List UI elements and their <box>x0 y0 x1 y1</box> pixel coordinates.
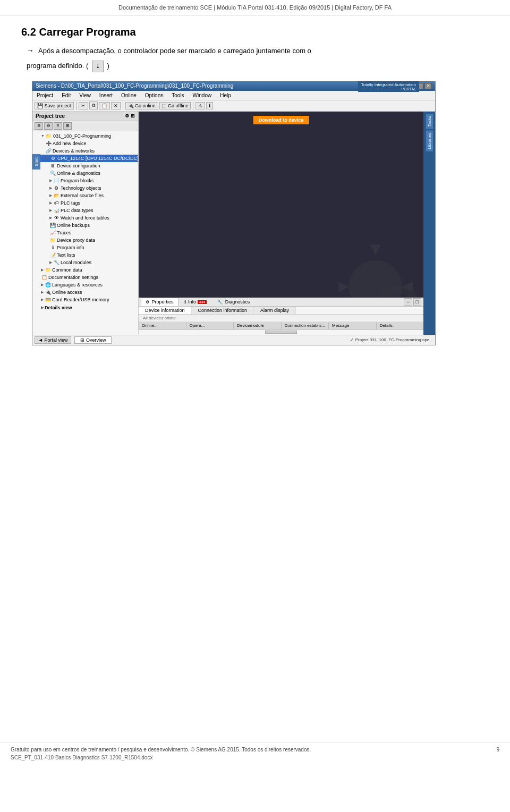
tree-item-card-reader[interactable]: ▶ 💳 Card Reader/USB memory <box>32 296 138 303</box>
all-devices-offline-label: All devices offline <box>139 315 423 322</box>
toolbar-sep-3 <box>193 102 193 110</box>
load-icon: ⤓ <box>92 61 104 72</box>
start-tab[interactable]: Start <box>32 154 40 170</box>
tasks-label[interactable]: Tasks <box>426 114 433 129</box>
ext-source-icon: 📂 <box>53 192 60 199</box>
tree-item-cpu[interactable]: ▼ ⚙ CPU_1214C [CPU 1214C DC/DC/DC] <box>32 155 138 162</box>
tree-expand-cpu: ▼ <box>45 156 49 160</box>
expand-prog-blocks: ▶ <box>49 179 52 183</box>
header-text: Documentação de treinamento SCE | Módulo… <box>118 4 392 11</box>
add-device-icon: ➕ <box>45 140 52 147</box>
common-data-icon: 📁 <box>45 267 51 273</box>
close-button[interactable]: ✕ <box>424 83 432 89</box>
tree-item-plc-tags[interactable]: ▶ 🏷 PLC tags <box>32 199 138 207</box>
proxy-icon: 📁 <box>49 237 56 243</box>
panel-maximize-btn[interactable]: □ <box>413 298 421 306</box>
backup-icon: 💾 <box>49 222 56 229</box>
tree-item-root[interactable]: ▼ 📁 031_100_FC-Programming <box>32 132 138 140</box>
tree-item-online-access[interactable]: ▶ 🔌 Online access <box>32 289 138 296</box>
tree-btn-1[interactable]: ⊕ <box>35 122 43 130</box>
menu-help[interactable]: Help <box>218 92 233 99</box>
document-header: Documentação de treinamento SCE | Módulo… <box>0 0 510 15</box>
tree-folder-icon: 📁 <box>46 133 52 139</box>
device-information-tab[interactable]: Device information <box>139 307 192 314</box>
bullet-item-1: → Após a descompactação, o controlador p… <box>27 46 489 56</box>
tasks-sidebar: Tasks Libraries <box>423 112 435 335</box>
overview-tab[interactable]: ⊞ Overview <box>74 336 112 344</box>
tree-item-lang-resources[interactable]: ▶ 🌐 Languages & resources <box>32 281 138 289</box>
tree-item-watch-force[interactable]: ▶ 👁 Watch and force tables <box>32 214 138 222</box>
tree-item-plc-data-types[interactable]: ▶ 📊 PLC data types <box>32 207 138 214</box>
tree-item-device-config[interactable]: 🖥 Device configuration <box>32 162 138 170</box>
properties-icon: ⚙ <box>146 300 149 304</box>
tree-item-devices-networks[interactable]: 🔗 Devices & networks <box>32 147 138 155</box>
col-opera: Opera... <box>186 322 234 329</box>
diagnostics-tab[interactable]: 🔧 Diagnostics <box>212 298 254 306</box>
save-project-button[interactable]: 💾 Save project <box>35 102 74 109</box>
panel-minimize-btn[interactable]: − <box>404 298 412 306</box>
menu-insert[interactable]: Insert <box>97 92 115 99</box>
info-toolbar-button[interactable]: ℹ <box>206 102 213 109</box>
download-to-device-button[interactable]: Download to device <box>253 116 309 124</box>
tree-item-details-view[interactable]: ▶ Details view <box>32 304 138 311</box>
portal-view-button[interactable]: ◄ Portal view <box>35 336 71 344</box>
col-connection: Connection establis... <box>282 322 329 329</box>
properties-tab[interactable]: ⚙ Properties <box>141 298 178 306</box>
card-reader-icon: 💳 <box>45 297 51 303</box>
delete-button[interactable]: ✕ <box>111 102 121 109</box>
status-right: ✓ Project 031_100_FC-Programming ope... <box>350 337 433 342</box>
info-tab-btn[interactable]: ℹ Info 444 <box>180 298 212 306</box>
section-number: 6.2 <box>21 26 36 38</box>
panel-controls: − □ <box>404 298 421 306</box>
menu-project[interactable]: Project <box>35 92 55 99</box>
plc-tags-icon: 🏷 <box>53 200 60 206</box>
tree-btn-4[interactable]: ⊞ <box>63 122 72 130</box>
tia-main-area: Start Project tree ⚙ ⊞ ⊕ ⊖ ≡ ⊞ <box>32 112 435 335</box>
menu-options[interactable]: Options <box>143 92 165 99</box>
tree-item-traces[interactable]: 📈 Traces <box>32 229 138 236</box>
tia-portal-screenshot: Siemens - D:\00_TIA_Portal\031_100_FC-Pr… <box>32 81 436 345</box>
program-info-icon: ℹ <box>49 244 56 251</box>
alarm-display-tab[interactable]: Alarm display <box>254 307 296 314</box>
tree-item-local-modules[interactable]: ▶ 🔧 Local modules <box>32 259 138 266</box>
expand-common: ▶ <box>41 268 44 272</box>
libraries-label[interactable]: Libraries <box>426 131 433 151</box>
footer-row: Gratuito para uso em centros de treiname… <box>11 747 499 752</box>
error-button[interactable]: ⚠ <box>196 102 205 109</box>
scroll-thumb[interactable] <box>265 331 297 334</box>
tree-item-online-diag[interactable]: 🔍 Online & diagnostics <box>32 170 138 177</box>
tree-item-tech-objects[interactable]: ▶ ⚙ Technology objects <box>32 184 138 192</box>
tree-item-program-info[interactable]: ℹ Program info <box>32 244 138 251</box>
info-table-header: Online... Opera... Devicemodule Connecti… <box>139 322 423 329</box>
tree-item-program-blocks[interactable]: ▶ 📄 Program blocks <box>32 177 138 184</box>
menu-edit[interactable]: Edit <box>60 92 73 99</box>
menu-online[interactable]: Online <box>119 92 139 99</box>
tree-item-text-lists[interactable]: 📝 Text lists <box>32 251 138 259</box>
menu-tools[interactable]: Tools <box>169 92 186 99</box>
paste-button[interactable]: 📋 <box>99 102 110 109</box>
expand-tech: ▶ <box>49 186 52 190</box>
tree-item-common-data[interactable]: ▶ 📁 Common data <box>32 266 138 274</box>
copy-button[interactable]: ⧉ <box>89 102 98 109</box>
tree-item-doc-settings[interactable]: 📋 Documentation settings <box>32 274 138 281</box>
go-offline-button[interactable]: ⬚ Go offline <box>159 102 191 109</box>
tree-item-device-proxy[interactable]: 📁 Device proxy data <box>32 236 138 244</box>
tree-btn-2[interactable]: ⊖ <box>44 122 53 130</box>
go-online-button[interactable]: 🔌 Go online <box>125 102 158 109</box>
expand-watch: ▶ <box>49 216 52 220</box>
cut-button[interactable]: ✂ <box>79 102 88 109</box>
lang-icon: 🌐 <box>45 282 51 288</box>
watch-icon: 👁 <box>53 215 60 221</box>
connection-information-tab[interactable]: Connection information <box>192 307 254 314</box>
info-tabs-row: ⚙ Properties ℹ Info 444 🔧 Diagnostics − <box>139 298 423 307</box>
tree-item-add-device[interactable]: ➕ Add new device <box>32 140 138 147</box>
tree-item-online-backups[interactable]: 💾 Online backups <box>32 222 138 229</box>
arrow-icon: → <box>27 46 34 55</box>
menu-view[interactable]: View <box>77 92 93 99</box>
menu-window[interactable]: Window <box>191 92 214 99</box>
main-content: 6.2 Carregar Programa → Após a descompac… <box>0 15 510 737</box>
menu-bar: Project Edit View Insert Online Options … <box>32 91 435 100</box>
tree-item-ext-source[interactable]: ▶ 📂 External source files <box>32 192 138 199</box>
tree-btn-3[interactable]: ≡ <box>54 122 62 130</box>
bullet-text-2: programa definido. ( ⤓ ) <box>27 61 109 72</box>
